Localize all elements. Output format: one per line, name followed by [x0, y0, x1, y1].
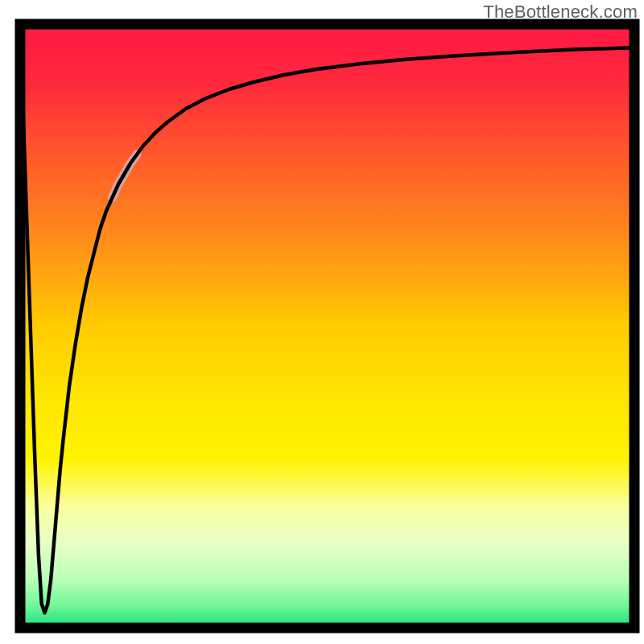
plot-background-gradient [20, 24, 634, 628]
bottleneck-chart [0, 0, 644, 644]
